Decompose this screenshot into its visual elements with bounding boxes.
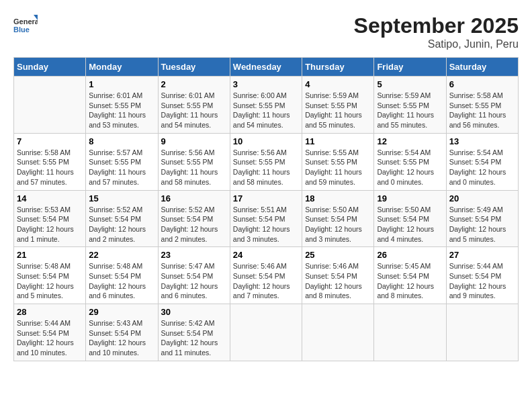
day-number: 16 [161,193,227,203]
day-info: Sunrise: 5:58 AMSunset: 5:55 PMDaylight:… [17,148,83,187]
day-number: 21 [17,250,83,260]
day-number: 17 [233,193,299,203]
calendar-cell: 9Sunrise: 5:56 AMSunset: 5:55 PMDaylight… [158,133,230,190]
calendar-cell: 25Sunrise: 5:46 AMSunset: 5:54 PMDayligh… [302,247,374,304]
day-number: 24 [233,250,299,260]
calendar-cell: 1Sunrise: 6:01 AMSunset: 5:55 PMDaylight… [86,77,158,134]
dow-header-thursday: Thursday [302,58,374,77]
day-info: Sunrise: 5:43 AMSunset: 5:54 PMDaylight:… [89,318,154,358]
calendar-cell: 20Sunrise: 5:49 AMSunset: 5:54 PMDayligh… [446,190,518,247]
day-info: Sunrise: 5:51 AMSunset: 5:54 PMDaylight:… [233,205,299,244]
calendar-cell: 28Sunrise: 5:44 AMSunset: 5:54 PMDayligh… [14,304,86,361]
day-info: Sunrise: 5:44 AMSunset: 5:54 PMDaylight:… [449,261,515,301]
dow-header-tuesday: Tuesday [158,58,230,77]
day-number: 13 [449,136,515,146]
calendar-cell: 8Sunrise: 5:57 AMSunset: 5:55 PMDaylight… [86,133,158,190]
day-number: 12 [377,136,443,146]
dow-header-friday: Friday [374,58,446,77]
svg-text:General: General [13,17,38,26]
calendar-cell: 22Sunrise: 5:48 AMSunset: 5:54 PMDayligh… [86,247,158,304]
calendar-cell: 11Sunrise: 5:55 AMSunset: 5:55 PMDayligh… [302,133,374,190]
day-info: Sunrise: 5:58 AMSunset: 5:55 PMDaylight:… [449,91,515,130]
calendar-week-3: 14Sunrise: 5:53 AMSunset: 5:54 PMDayligh… [14,190,519,247]
day-info: Sunrise: 5:56 AMSunset: 5:55 PMDaylight:… [161,148,227,187]
day-number: 6 [449,79,515,89]
dow-header-sunday: Sunday [14,58,86,77]
day-info: Sunrise: 5:47 AMSunset: 5:54 PMDaylight:… [161,261,227,301]
calendar-cell [230,304,302,361]
day-number: 3 [233,79,299,89]
logo-bird-icon: General Blue [13,13,38,38]
calendar-cell: 3Sunrise: 6:00 AMSunset: 5:55 PMDaylight… [230,77,302,134]
calendar-cell: 16Sunrise: 5:52 AMSunset: 5:54 PMDayligh… [158,190,230,247]
day-number: 20 [449,193,515,203]
day-number: 1 [89,79,154,89]
day-info: Sunrise: 6:01 AMSunset: 5:55 PMDaylight:… [161,91,227,130]
calendar-cell: 14Sunrise: 5:53 AMSunset: 5:54 PMDayligh… [14,190,86,247]
calendar-cell [374,304,446,361]
day-number: 4 [305,79,371,89]
day-number: 11 [305,136,371,146]
calendar-cell: 13Sunrise: 5:54 AMSunset: 5:54 PMDayligh… [446,133,518,190]
day-info: Sunrise: 5:50 AMSunset: 5:54 PMDaylight:… [305,205,371,244]
calendar-cell: 2Sunrise: 6:01 AMSunset: 5:55 PMDaylight… [158,77,230,134]
day-info: Sunrise: 5:57 AMSunset: 5:55 PMDaylight:… [89,148,154,187]
day-info: Sunrise: 5:53 AMSunset: 5:54 PMDaylight:… [17,205,83,244]
calendar-cell: 23Sunrise: 5:47 AMSunset: 5:54 PMDayligh… [158,247,230,304]
day-info: Sunrise: 5:45 AMSunset: 5:54 PMDaylight:… [377,261,443,301]
page-title: September 2025 [354,13,519,38]
day-info: Sunrise: 5:54 AMSunset: 5:55 PMDaylight:… [377,148,443,187]
calendar-cell: 24Sunrise: 5:46 AMSunset: 5:54 PMDayligh… [230,247,302,304]
calendar-cell [302,304,374,361]
day-number: 9 [161,136,227,146]
day-info: Sunrise: 5:46 AMSunset: 5:54 PMDaylight:… [305,261,371,301]
day-info: Sunrise: 5:59 AMSunset: 5:55 PMDaylight:… [305,91,371,130]
page-subtitle: Satipo, Junin, Peru [354,38,519,50]
calendar-cell: 29Sunrise: 5:43 AMSunset: 5:54 PMDayligh… [86,304,158,361]
calendar-cell: 10Sunrise: 5:56 AMSunset: 5:55 PMDayligh… [230,133,302,190]
day-number: 26 [377,250,443,260]
calendar-week-5: 28Sunrise: 5:44 AMSunset: 5:54 PMDayligh… [14,304,519,361]
day-number: 22 [89,250,154,260]
day-info: Sunrise: 5:48 AMSunset: 5:54 PMDaylight:… [17,261,83,301]
calendar-cell: 12Sunrise: 5:54 AMSunset: 5:55 PMDayligh… [374,133,446,190]
dow-header-saturday: Saturday [446,58,518,77]
calendar-cell: 6Sunrise: 5:58 AMSunset: 5:55 PMDaylight… [446,77,518,134]
day-info: Sunrise: 5:48 AMSunset: 5:54 PMDaylight:… [89,261,154,301]
day-number: 29 [89,307,154,317]
days-of-week-row: SundayMondayTuesdayWednesdayThursdayFrid… [14,58,519,77]
calendar-week-1: 1Sunrise: 6:01 AMSunset: 5:55 PMDaylight… [14,77,519,134]
logo: General Blue [13,13,38,38]
dow-header-monday: Monday [86,58,158,77]
calendar-table: SundayMondayTuesdayWednesdayThursdayFrid… [13,57,519,361]
day-number: 28 [17,307,83,317]
calendar-body: 1Sunrise: 6:01 AMSunset: 5:55 PMDaylight… [14,77,519,361]
calendar-cell [14,77,86,134]
day-info: Sunrise: 5:52 AMSunset: 5:54 PMDaylight:… [161,205,227,244]
calendar-cell: 30Sunrise: 5:42 AMSunset: 5:54 PMDayligh… [158,304,230,361]
day-number: 2 [161,79,227,89]
calendar-cell: 5Sunrise: 5:59 AMSunset: 5:55 PMDaylight… [374,77,446,134]
calendar-week-4: 21Sunrise: 5:48 AMSunset: 5:54 PMDayligh… [14,247,519,304]
calendar-cell: 21Sunrise: 5:48 AMSunset: 5:54 PMDayligh… [14,247,86,304]
calendar-week-2: 7Sunrise: 5:58 AMSunset: 5:55 PMDaylight… [14,133,519,190]
day-number: 7 [17,136,83,146]
day-info: Sunrise: 5:52 AMSunset: 5:54 PMDaylight:… [89,205,154,244]
day-info: Sunrise: 5:42 AMSunset: 5:54 PMDaylight:… [161,318,227,358]
day-info: Sunrise: 5:50 AMSunset: 5:54 PMDaylight:… [377,205,443,244]
dow-header-wednesday: Wednesday [230,58,302,77]
day-number: 19 [377,193,443,203]
title-block: September 2025 Satipo, Junin, Peru [354,13,519,50]
calendar-cell: 4Sunrise: 5:59 AMSunset: 5:55 PMDaylight… [302,77,374,134]
day-info: Sunrise: 5:56 AMSunset: 5:55 PMDaylight:… [233,148,299,187]
day-info: Sunrise: 6:00 AMSunset: 5:55 PMDaylight:… [233,91,299,130]
day-info: Sunrise: 5:59 AMSunset: 5:55 PMDaylight:… [377,91,443,130]
day-info: Sunrise: 5:49 AMSunset: 5:54 PMDaylight:… [449,205,515,244]
calendar-cell: 17Sunrise: 5:51 AMSunset: 5:54 PMDayligh… [230,190,302,247]
day-number: 15 [89,193,154,203]
day-info: Sunrise: 5:54 AMSunset: 5:54 PMDaylight:… [449,148,515,187]
calendar-cell: 26Sunrise: 5:45 AMSunset: 5:54 PMDayligh… [374,247,446,304]
calendar-cell: 7Sunrise: 5:58 AMSunset: 5:55 PMDaylight… [14,133,86,190]
day-number: 5 [377,79,443,89]
day-info: Sunrise: 6:01 AMSunset: 5:55 PMDaylight:… [89,91,154,130]
